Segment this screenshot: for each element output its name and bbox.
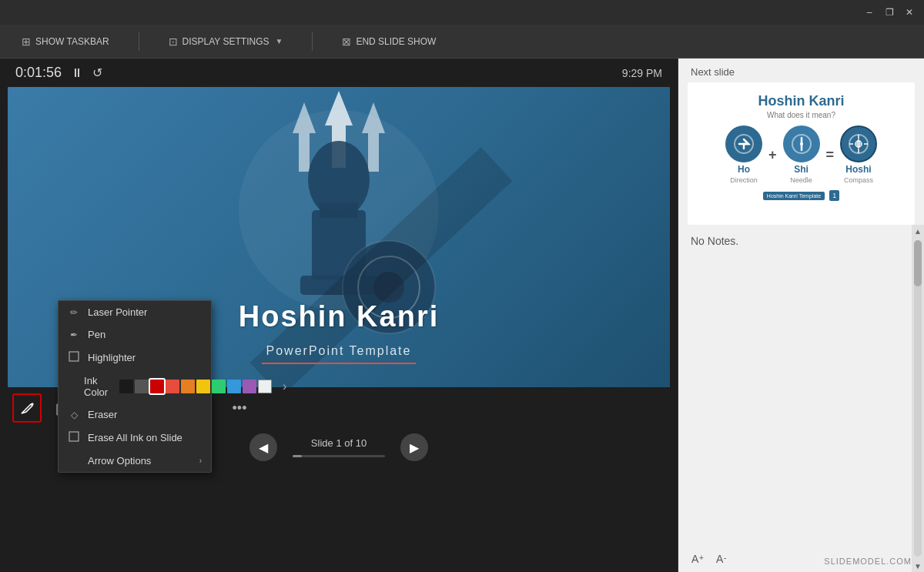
end-slide-show-button[interactable]: ⊠ END SLIDE SHOW <box>336 32 442 51</box>
svg-text:A: A <box>716 553 724 565</box>
shi-circle <box>783 125 820 162</box>
notes-column: No Notes. A + A - <box>678 225 912 572</box>
svg-text:-: - <box>724 554 726 562</box>
dropdown-arrow-icon: ▼ <box>276 37 283 45</box>
menu-item-arrow-options[interactable]: . Arrow Options › <box>59 450 211 472</box>
title-bar: – ❐ ✕ <box>0 0 924 25</box>
menu-label-pen: Pen <box>88 329 105 340</box>
color-white[interactable] <box>258 380 272 393</box>
pen-tool-button[interactable] <box>12 393 42 423</box>
color-blue[interactable] <box>227 380 241 393</box>
decrease-font-button[interactable]: A - <box>715 550 731 566</box>
eraser-icon: ◇ <box>68 410 80 420</box>
ink-color-arrow: › <box>283 380 286 393</box>
color-orange[interactable] <box>181 380 195 393</box>
increase-font-button[interactable]: A + <box>691 550 706 566</box>
hoshi-circle <box>840 125 877 162</box>
restore-button[interactable]: ❐ <box>881 5 898 20</box>
color-darkgray[interactable] <box>135 380 149 393</box>
svg-point-27 <box>800 142 803 146</box>
presenter-right-panel: Next slide Hoshin Kanri What does it mea… <box>678 59 924 572</box>
svg-rect-7 <box>320 202 358 218</box>
arrow-options-left: . Arrow Options <box>68 455 151 467</box>
laser-pointer-icon: ✏ <box>68 307 80 318</box>
slide-position: Slide 1 of 10 <box>293 437 385 457</box>
timer-controls: 0:01:56 ⏸ ↺ <box>15 65 102 81</box>
color-orange-red[interactable] <box>166 380 179 393</box>
ho-label: Ho <box>738 164 750 175</box>
slide-underline <box>262 363 416 364</box>
menu-label-ink-color: Ink Color <box>84 375 112 398</box>
menu-item-eraser[interactable]: ◇ Eraser <box>59 403 211 426</box>
next-slide-label: Next slide <box>678 59 924 82</box>
ho-circle <box>725 125 762 162</box>
scrollbar: ▲ ▼ <box>912 225 924 572</box>
scroll-down-button[interactable]: ▼ <box>912 560 924 572</box>
color-purple[interactable] <box>243 380 256 393</box>
ink-color-icon: . <box>68 381 76 392</box>
erase-all-icon <box>68 431 80 444</box>
arrow-options-arrow: › <box>199 457 202 465</box>
svg-rect-39 <box>69 432 79 441</box>
menu-item-highlighter[interactable]: Highlighter <box>59 346 211 370</box>
show-taskbar-label: SHOW TASKBAR <box>35 36 109 47</box>
svg-text:+: + <box>699 554 704 562</box>
shi-sublabel: Needle <box>790 176 812 184</box>
watermark: SLIDEMODEL.COM <box>824 557 912 566</box>
pause-button[interactable]: ⏸ <box>71 66 83 80</box>
menu-item-erase-all[interactable]: Erase All Ink on Slide <box>59 426 211 450</box>
progress-fill <box>293 455 302 457</box>
color-black[interactable] <box>119 380 133 393</box>
reset-button[interactable]: ↺ <box>92 65 102 80</box>
ns-footer: Hoshin Kanri Template 1 <box>763 190 839 201</box>
color-yellow[interactable] <box>196 380 210 393</box>
menu-label-erase-all: Erase All Ink on Slide <box>88 432 182 443</box>
menu-item-pen[interactable]: ✒ Pen <box>59 323 211 346</box>
more-tool-button[interactable]: ••• <box>225 393 254 423</box>
menu-label-arrow-options: Arrow Options <box>88 455 151 467</box>
toolbar-divider-1 <box>139 32 139 51</box>
next-slide-button[interactable]: ▶ <box>400 433 428 461</box>
next-slide-preview: Hoshin Kanri What does it mean? Ho <box>688 82 915 225</box>
ns-icon-hoshi: Hoshi Compass <box>840 125 877 184</box>
timer-display: 0:01:56 <box>15 65 62 81</box>
menu-label-eraser: Eraser <box>88 409 117 420</box>
main-toolbar: ⊞ SHOW TASKBAR ⊡ DISPLAY SETTINGS ▼ ⊠ EN… <box>0 25 924 59</box>
hoshi-label: Hoshi <box>845 164 871 175</box>
menu-label-highlighter: Highlighter <box>88 352 136 363</box>
shi-label: Shi <box>794 164 808 175</box>
plus-operator: + <box>768 147 777 163</box>
ink-color-left: . Ink Color <box>68 375 112 398</box>
next-slide-content: Hoshin Kanri What does it mean? Ho <box>688 82 915 225</box>
menu-item-ink-color[interactable]: . Ink Color › <box>59 370 211 403</box>
hoshi-sublabel: Compass <box>844 176 873 184</box>
ho-sublabel: Direction <box>730 176 758 184</box>
menu-item-laser-pointer[interactable]: ✏ Laser Pointer <box>59 301 211 323</box>
display-settings-button[interactable]: ⊡ DISPLAY SETTINGS ▼ <box>162 32 290 51</box>
menu-label-laser-pointer: Laser Pointer <box>88 306 147 318</box>
right-panel-inner: No Notes. A + A - <box>678 225 924 572</box>
minimize-button[interactable]: – <box>861 5 878 20</box>
notes-area: No Notes. <box>678 225 912 544</box>
timer-bar: 0:01:56 ⏸ ↺ 9:29 PM <box>0 59 678 87</box>
display-settings-label: DISPLAY SETTINGS <box>182 36 270 47</box>
svg-text:A: A <box>691 553 699 565</box>
scrollbar-track[interactable] <box>914 240 922 557</box>
end-slide-show-label: END SLIDE SHOW <box>356 36 436 47</box>
equals-operator: = <box>826 147 835 163</box>
next-slide-icons-row: Ho Direction + Shi <box>725 125 877 184</box>
close-button[interactable]: ✕ <box>901 5 918 20</box>
color-green[interactable] <box>212 380 226 393</box>
slide-progress-bar <box>293 455 385 457</box>
prev-slide-button[interactable]: ◀ <box>249 433 277 461</box>
taskbar-icon: ⊞ <box>22 35 31 48</box>
display-icon: ⊡ <box>169 35 178 48</box>
color-red[interactable] <box>150 380 164 393</box>
show-taskbar-button[interactable]: ⊞ SHOW TASKBAR <box>15 32 116 51</box>
scroll-up-button[interactable]: ▲ <box>912 225 924 237</box>
increase-font-icon: A + <box>691 550 706 566</box>
notes-text: No Notes. <box>691 235 738 247</box>
color-swatches <box>119 380 272 393</box>
clock-display: 9:29 PM <box>622 67 662 79</box>
ns-icon-ho: Ho Direction <box>725 125 762 184</box>
